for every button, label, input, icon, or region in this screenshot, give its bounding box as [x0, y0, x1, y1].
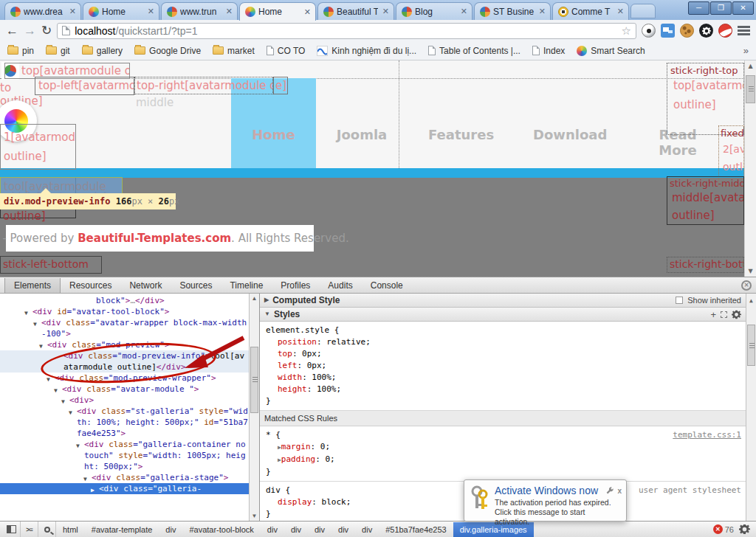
- breadcrumb-item[interactable]: html: [56, 522, 85, 537]
- css-property[interactable]: ▶margin: 0;: [266, 441, 741, 454]
- css-property[interactable]: top: 0px;: [266, 348, 741, 360]
- devtools-tab-timeline[interactable]: Timeline: [221, 278, 272, 293]
- devtools-tab-resources[interactable]: Resources: [61, 278, 120, 293]
- breadcrumb-item[interactable]: #avatar-tool-block: [182, 522, 260, 537]
- avg-extension-icon[interactable]: [718, 24, 732, 38]
- restore-button[interactable]: ❐: [710, 1, 732, 15]
- elements-scrollbar[interactable]: ▲ ▼: [249, 294, 259, 521]
- browser-tab[interactable]: Home✕: [239, 2, 316, 21]
- tree-node[interactable]: ▼<div class="avatar-module ">: [0, 384, 249, 395]
- browser-menu-icon[interactable]: [738, 26, 750, 35]
- tab-close-icon[interactable]: ✕: [224, 7, 234, 16]
- bookmark-item[interactable]: git: [46, 46, 70, 56]
- new-tab-button[interactable]: [630, 4, 656, 18]
- scroll-up-icon[interactable]: ▲: [250, 295, 259, 302]
- bookmark-item[interactable]: pin: [7, 46, 34, 56]
- close-button[interactable]: ✕: [732, 1, 754, 15]
- new-style-rule-icon[interactable]: +: [710, 310, 716, 319]
- scroll-down-icon[interactable]: ▼: [250, 513, 259, 519]
- css-rule[interactable]: element.style {position: relative;top: 0…: [260, 322, 746, 411]
- cookie-extension-icon[interactable]: [680, 24, 694, 38]
- breadcrumb-item[interactable]: div: [308, 522, 331, 537]
- nav-menu-item[interactable]: Joomla: [336, 127, 388, 142]
- bookmark-item[interactable]: gallery: [82, 46, 123, 56]
- minimize-button[interactable]: ─: [688, 1, 709, 15]
- css-property[interactable]: width: 100%;: [266, 372, 741, 384]
- tree-disclosure-icon[interactable]: ▼: [33, 319, 37, 330]
- tab-close-icon[interactable]: ✕: [459, 7, 469, 16]
- browser-tab[interactable]: Beautiful T✕: [317, 2, 394, 20]
- devtools-tab-sources[interactable]: Sources: [171, 278, 221, 293]
- reload-icon[interactable]: ↻: [41, 24, 52, 37]
- tree-node[interactable]: ▼<div id="avatar-tool-block">: [0, 306, 249, 317]
- console-drawer-button[interactable]: >≡: [21, 522, 38, 537]
- tab-close-icon[interactable]: ✕: [381, 7, 391, 16]
- bookmark-item[interactable]: CO TO: [267, 46, 306, 56]
- tree-disclosure-icon[interactable]: ▼: [76, 440, 80, 451]
- css-property[interactable]: ▶padding: 0;: [266, 454, 741, 466]
- browser-tab[interactable]: Home✕: [83, 2, 159, 20]
- bookmark-item[interactable]: Kinh nghiệm đi du lị...: [317, 46, 416, 56]
- devtools-tab-profiles[interactable]: Profiles: [272, 278, 319, 293]
- dock-side-button[interactable]: [3, 522, 21, 537]
- wrench-icon[interactable]: [606, 487, 614, 494]
- screenshot-extension-icon[interactable]: [661, 24, 675, 38]
- tab-close-icon[interactable]: ✕: [537, 7, 547, 16]
- scrollbar-thumb[interactable]: [250, 347, 258, 413]
- tab-close-icon[interactable]: ✕: [68, 7, 78, 16]
- tree-node[interactable]: ▼<div class="st-galleria" style="width: …: [0, 406, 249, 439]
- tree-node[interactable]: ▼<div class="galleria-stage">: [0, 472, 249, 483]
- devtools-tab-elements[interactable]: Elements: [4, 278, 61, 293]
- breadcrumb-item[interactable]: div: [159, 522, 182, 537]
- tree-node[interactable]: ▼<div>: [0, 395, 249, 406]
- bookmark-item[interactable]: Index: [532, 46, 565, 56]
- gear-extension-icon[interactable]: [699, 24, 713, 38]
- footer-link[interactable]: Beautiful-Templates.com: [78, 232, 231, 245]
- error-count-badge[interactable]: ✕76: [713, 524, 734, 534]
- breadcrumb-item[interactable]: #avatar-template: [85, 522, 159, 537]
- breadcrumb-item[interactable]: div: [355, 522, 379, 537]
- bookmark-item[interactable]: Google Drive: [134, 46, 201, 56]
- browser-tab[interactable]: Blog✕: [396, 2, 472, 20]
- bookmark-item[interactable]: Smart Search: [577, 46, 645, 56]
- forward-icon[interactable]: →: [24, 24, 36, 37]
- styles-header[interactable]: ▼ Styles +: [260, 308, 746, 322]
- devtools-close-icon[interactable]: ✕: [741, 280, 752, 291]
- settings-gear-icon[interactable]: [739, 524, 750, 535]
- breadcrumb-item[interactable]: div: [331, 522, 355, 537]
- breadcrumb-item[interactable]: div: [284, 522, 308, 537]
- breadcrumb-item[interactable]: #51ba7fae4e253: [379, 522, 453, 537]
- css-property[interactable]: position: relative;: [266, 336, 741, 348]
- element-state-icon[interactable]: [721, 311, 727, 318]
- address-bar[interactable]: localhost/quickstart1/?tp=1 ☆: [57, 23, 636, 39]
- tab-close-icon[interactable]: ✕: [303, 7, 312, 17]
- scroll-down-icon[interactable]: ▼: [745, 268, 756, 274]
- bookmark-star-icon[interactable]: ☆: [622, 24, 631, 38]
- inspect-element-button[interactable]: [38, 522, 56, 537]
- bookmark-item[interactable]: Table of Contents |...: [428, 46, 520, 56]
- scroll-up-icon[interactable]: ▲: [745, 63, 756, 69]
- scroll-up-icon[interactable]: ▲: [746, 295, 756, 307]
- tree-node[interactable]: ▼<div class="galleria-container notouch"…: [0, 439, 249, 472]
- css-property[interactable]: height: 100%;: [266, 384, 741, 395]
- browser-tab[interactable]: ST Busine✕: [474, 2, 551, 20]
- tab-close-icon[interactable]: ✕: [146, 7, 156, 16]
- soccer-ball-extension-icon[interactable]: [642, 24, 656, 38]
- browser-tab[interactable]: www.trun✕: [161, 2, 238, 20]
- devtools-tab-console[interactable]: Console: [362, 278, 412, 293]
- nav-menu-item[interactable]: Features: [428, 127, 487, 142]
- show-inherited-checkbox[interactable]: [676, 297, 683, 304]
- bookmark-item[interactable]: market: [213, 46, 255, 56]
- browser-tab[interactable]: www.drea✕: [4, 2, 81, 20]
- tree-node[interactable]: ▶<div class="galleria-: [0, 483, 249, 494]
- devtools-tab-audits[interactable]: Audits: [319, 278, 361, 293]
- page-scrollbar[interactable]: ▲ ▼: [744, 60, 756, 277]
- css-rule[interactable]: template.css:1* {▶margin: 0;▶padding: 0;…: [260, 426, 746, 482]
- browser-tab[interactable]: Comme T✕: [552, 2, 629, 20]
- scrollbar-thumb[interactable]: [746, 75, 755, 103]
- tree-node[interactable]: block">…</div>: [0, 295, 249, 306]
- scrollbar-thumb[interactable]: [747, 325, 755, 366]
- tab-close-icon[interactable]: ✕: [616, 7, 625, 16]
- back-icon[interactable]: ←: [6, 24, 18, 37]
- css-property[interactable]: left: 0px;: [266, 360, 741, 372]
